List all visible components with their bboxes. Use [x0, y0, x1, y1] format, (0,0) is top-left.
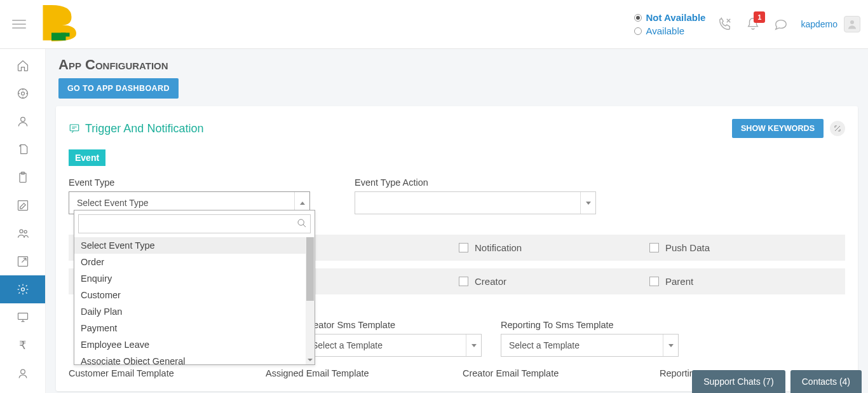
dropdown-item[interactable]: Payment — [74, 320, 315, 336]
user-menu[interactable]: kapdemo — [801, 16, 860, 32]
panel-title: Trigger And Notification — [69, 122, 203, 135]
check-notification-2[interactable]: Notification — [459, 242, 649, 253]
support-chats-tab[interactable]: Support Chats (7) — [692, 370, 785, 393]
sidebar-home[interactable] — [0, 52, 45, 79]
event-type-label: Event Type — [69, 177, 310, 188]
scroll-down-icon[interactable] — [306, 355, 315, 364]
creator-sms-select[interactable]: Select a Template — [304, 334, 482, 357]
hamburger-button[interactable] — [0, 0, 38, 49]
svg-point-17 — [298, 219, 304, 225]
sidebar-users[interactable] — [0, 219, 45, 247]
sidebar-clipboard[interactable] — [0, 163, 45, 191]
svg-point-11 — [24, 230, 27, 233]
phone-icon[interactable] — [718, 17, 732, 31]
customer-email-label: Customer Email Template — [69, 368, 247, 378]
svg-rect-14 — [18, 313, 27, 319]
dropdown-list: Select Event Type Order Enquiry Customer… — [74, 237, 315, 364]
radio-icon — [634, 14, 642, 22]
radio-icon — [634, 27, 642, 35]
dropdown-item[interactable]: Associate Object General — [74, 353, 315, 364]
notifications-button[interactable]: 1 — [746, 17, 760, 32]
sidebar-edit[interactable] — [0, 191, 45, 219]
svg-point-15 — [20, 369, 25, 374]
sidebar-user2[interactable] — [0, 359, 45, 387]
sidebar: ₹ — [0, 49, 46, 393]
sidebar-support[interactable] — [0, 79, 45, 107]
expand-icon — [834, 125, 841, 132]
reporting-sms-select[interactable]: Select a Template — [501, 334, 679, 357]
event-type-action-select[interactable] — [355, 191, 596, 214]
dropdown-item[interactable]: Enquiry — [74, 270, 315, 287]
dropdown-search-input[interactable] — [78, 214, 311, 233]
available-label: Available — [646, 25, 684, 36]
logo — [38, 5, 86, 43]
chevron-down-icon — [466, 334, 481, 356]
chat-tabs: Support Chats (7) Contacts (4) — [692, 370, 862, 393]
checkbox-icon — [649, 243, 659, 252]
check-creator[interactable]: Creator — [459, 276, 649, 287]
chevron-down-icon — [580, 192, 595, 214]
hamburger-icon — [12, 20, 26, 29]
field-reporting-sms-template: Reporting To Sms Template Select a Templ… — [501, 320, 679, 357]
svg-rect-9 — [18, 201, 27, 210]
svg-point-5 — [21, 92, 24, 95]
field-creator-sms-template: Creator Sms Template Select a Template — [304, 320, 482, 357]
event-type-action-field: Event Type Action — [355, 177, 596, 214]
page-title: App Configuration — [46, 49, 868, 78]
sidebar-share[interactable] — [0, 247, 45, 275]
search-icon — [297, 218, 307, 228]
avatar-icon — [844, 16, 860, 32]
svg-point-3 — [850, 20, 854, 24]
event-type-action-label: Event Type Action — [355, 177, 596, 188]
show-keywords-button[interactable]: SHOW KEYWORDS — [732, 119, 824, 138]
username-label: kapdemo — [801, 19, 837, 29]
dropdown-item[interactable]: Employee Leave — [74, 336, 315, 353]
notification-badge: 1 — [754, 11, 765, 23]
chat-icon[interactable] — [774, 17, 788, 31]
radio-available[interactable]: Available — [634, 25, 705, 36]
check-parent[interactable]: Parent — [649, 276, 840, 287]
availability-radios: Not Available Available — [634, 12, 705, 36]
chat-icon — [69, 123, 80, 134]
svg-rect-2 — [61, 33, 70, 37]
sidebar-files[interactable] — [0, 135, 45, 163]
dropdown-item[interactable]: Daily Plan — [74, 303, 315, 320]
sidebar-currency[interactable]: ₹ — [0, 331, 45, 359]
radio-not-available[interactable]: Not Available — [634, 12, 705, 23]
dropdown-scrollbar[interactable] — [306, 237, 315, 355]
svg-point-13 — [21, 288, 24, 291]
chevron-down-icon — [663, 334, 678, 356]
event-type-field: Event Type Select Event Type — [69, 177, 310, 214]
checkbox-icon — [459, 277, 468, 286]
svg-point-6 — [20, 117, 25, 121]
checkbox-icon — [649, 277, 659, 286]
top-bar: Not Available Available 1 kapdemo — [0, 0, 868, 49]
svg-rect-16 — [70, 125, 79, 131]
dropdown-item[interactable]: Select Event Type — [74, 237, 315, 254]
go-to-dashboard-button[interactable]: GO TO APP DASHBOARD — [58, 78, 179, 99]
contacts-tab[interactable]: Contacts (4) — [790, 370, 862, 393]
sidebar-settings[interactable] — [0, 275, 45, 303]
reporting-sms-label: Reporting To Sms Template — [501, 320, 679, 330]
dropdown-item[interactable]: Customer — [74, 287, 315, 303]
creator-email-label: Creator Email Template — [463, 368, 641, 378]
creator-sms-label: Creator Sms Template — [304, 320, 482, 330]
expand-button[interactable] — [830, 121, 845, 136]
check-push-data[interactable]: Push Data — [649, 242, 840, 253]
svg-point-10 — [20, 230, 23, 233]
event-pill: Event — [69, 149, 105, 166]
svg-rect-0 — [43, 5, 52, 41]
assigned-email-label: Assigned Email Template — [266, 368, 444, 378]
not-available-label: Not Available — [646, 12, 705, 23]
sidebar-user[interactable] — [0, 107, 45, 135]
dropdown-item[interactable]: Order — [74, 254, 315, 270]
checkbox-icon — [459, 243, 468, 252]
sidebar-monitor[interactable] — [0, 303, 45, 331]
event-type-dropdown: Select Event Type Order Enquiry Customer… — [74, 210, 315, 365]
